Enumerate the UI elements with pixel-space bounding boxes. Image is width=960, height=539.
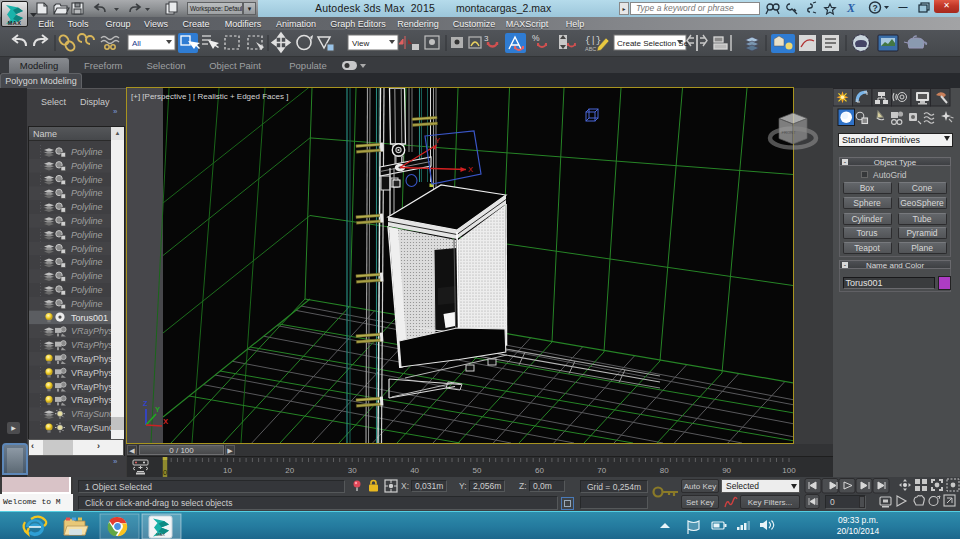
svg-text:Polyline: Polyline [71, 216, 103, 226]
svg-text:Polyline: Polyline [71, 175, 103, 185]
svg-text:ABC: ABC [585, 46, 596, 52]
svg-text:Polyline: Polyline [71, 299, 103, 309]
svg-text:FRONT: FRONT [782, 130, 797, 135]
svg-text:70: 70 [597, 466, 606, 475]
svg-text:Polyline: Polyline [71, 230, 103, 240]
svg-text:10: 10 [223, 466, 232, 475]
svg-text:Polyline: Polyline [71, 271, 103, 281]
svg-text:Polyline: Polyline [71, 285, 103, 295]
svg-text:[+] [Perspective ] [ Realistic: [+] [Perspective ] [ Realistic + Edged F… [131, 92, 288, 101]
svg-text:Z: Z [143, 399, 148, 408]
svg-text:40: 40 [410, 466, 419, 475]
svg-text:?: ? [873, 3, 878, 13]
svg-text:MAX: MAX [156, 532, 165, 537]
svg-text:Y: Y [155, 405, 160, 414]
svg-text:All: All [132, 39, 141, 48]
svg-text:30: 30 [348, 466, 357, 475]
svg-text:Polyline: Polyline [71, 147, 103, 157]
svg-text:%: % [532, 33, 540, 43]
svg-text:0: 0 [163, 468, 167, 477]
svg-text:80: 80 [660, 466, 669, 475]
svg-text:Polyline: Polyline [71, 202, 103, 212]
svg-text:20: 20 [285, 466, 294, 475]
svg-text:Torus001: Torus001 [71, 313, 108, 323]
svg-text:90: 90 [722, 466, 731, 475]
svg-text:50: 50 [473, 466, 482, 475]
svg-text:View: View [352, 39, 369, 48]
svg-text:{|}: {|} [585, 36, 601, 46]
svg-text:X: X [163, 417, 168, 426]
svg-text:Create Selection Se: Create Selection Se [617, 39, 689, 48]
svg-text:Polyline: Polyline [71, 257, 103, 267]
svg-text:Polyline: Polyline [71, 161, 103, 171]
svg-text:X: X [468, 165, 473, 174]
svg-text:3: 3 [484, 34, 489, 43]
svg-text:60: 60 [535, 466, 544, 475]
svg-text:Polyline: Polyline [71, 244, 103, 254]
svg-text:Polyline: Polyline [71, 188, 103, 198]
svg-text:100: 100 [782, 466, 796, 475]
svg-text:Y: Y [435, 136, 440, 145]
svg-text:X: X [846, 1, 856, 15]
